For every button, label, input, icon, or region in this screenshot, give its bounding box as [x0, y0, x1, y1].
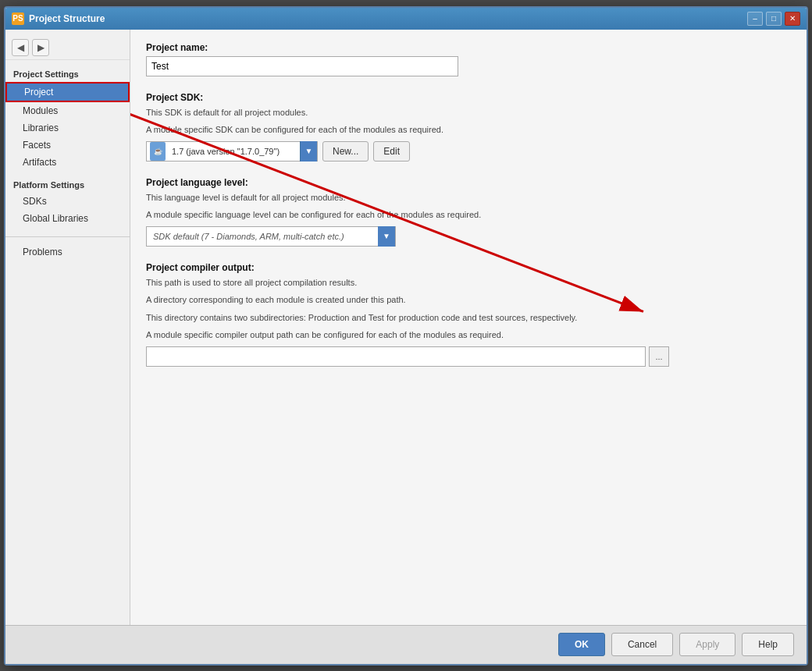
- project-settings-label: Project Settings: [5, 66, 130, 82]
- help-button[interactable]: Help: [742, 633, 794, 656]
- title-bar-controls: – □ ✕: [747, 12, 800, 26]
- sdk-edit-button[interactable]: Edit: [373, 141, 410, 162]
- project-sdk-desc2: A module specific SDK can be configured …: [146, 123, 791, 137]
- language-row: SDK default (7 - Diamonds, ARM, multi-ca…: [146, 226, 791, 247]
- language-level-desc2: A module specific language level can be …: [146, 208, 791, 222]
- cancel-button[interactable]: Cancel: [611, 633, 673, 656]
- sidebar-item-project[interactable]: Project: [5, 82, 130, 102]
- apply-button[interactable]: Apply: [679, 633, 735, 656]
- compiler-output-input[interactable]: [146, 346, 646, 367]
- sidebar-item-modules[interactable]: Modules: [5, 102, 130, 119]
- back-button[interactable]: ◀: [12, 39, 29, 56]
- language-dropdown[interactable]: SDK default (7 - Diamonds, ARM, multi-ca…: [146, 226, 396, 247]
- language-dropdown-arrow[interactable]: ▼: [378, 226, 395, 247]
- sdk-new-button[interactable]: New...: [322, 141, 369, 162]
- language-value: SDK default (7 - Diamonds, ARM, multi-ca…: [147, 232, 378, 241]
- project-name-group: Project name:: [146, 42, 791, 76]
- minimize-button[interactable]: –: [747, 12, 763, 26]
- project-sdk-desc1: This SDK is default for all project modu…: [146, 106, 791, 119]
- project-sdk-group: Project SDK: This SDK is default for all…: [146, 92, 791, 162]
- forward-button[interactable]: ▶: [32, 39, 49, 56]
- sidebar-item-facets[interactable]: Facets: [5, 137, 130, 154]
- project-name-input[interactable]: [146, 56, 458, 76]
- close-button[interactable]: ✕: [785, 12, 800, 26]
- sdk-dropdown-arrow[interactable]: ▼: [300, 141, 317, 162]
- main-content: Project name: Project SDK: This SDK is d…: [130, 30, 807, 625]
- compiler-output-desc4: A module specific compiler output path c…: [146, 328, 791, 342]
- project-structure-window: PS Project Structure – □ ✕ ◀ ▶ Project S…: [4, 6, 808, 666]
- maximize-button[interactable]: □: [766, 12, 782, 26]
- compiler-output-desc1: This path is used to store all project c…: [146, 276, 791, 289]
- sidebar-item-problems[interactable]: Problems: [5, 243, 130, 261]
- project-name-label: Project name:: [146, 42, 791, 53]
- compiler-output-desc3: This directory contains two subdirectori…: [146, 311, 791, 325]
- platform-settings-label: Platform Settings: [5, 177, 130, 193]
- window-body: ◀ ▶ Project Settings Project Modules Lib…: [5, 30, 807, 625]
- compiler-browse-button[interactable]: ...: [649, 346, 669, 367]
- project-sdk-label: Project SDK:: [146, 92, 791, 103]
- app-icon: PS: [12, 12, 24, 25]
- compiler-row: ...: [146, 346, 791, 367]
- title-bar-left: PS Project Structure: [12, 12, 105, 25]
- sidebar-item-sdks[interactable]: SDKs: [5, 193, 130, 210]
- bottom-bar: OK Cancel Apply Help: [5, 625, 807, 664]
- language-level-group: Project language level: This language le…: [146, 177, 791, 247]
- compiler-output-desc2: A directory corresponding to each module…: [146, 293, 791, 307]
- sdk-dropdown[interactable]: ☕ 1.7 (java version "1.7.0_79") ▼: [146, 141, 318, 162]
- sidebar-item-global-libraries[interactable]: Global Libraries: [5, 210, 130, 227]
- sidebar: ◀ ▶ Project Settings Project Modules Lib…: [5, 30, 130, 625]
- sdk-icon: ☕: [150, 142, 166, 161]
- sidebar-item-libraries[interactable]: Libraries: [5, 119, 130, 137]
- title-bar: PS Project Structure – □ ✕: [5, 8, 807, 30]
- sdk-value: 1.7 (java version "1.7.0_79"): [169, 147, 300, 156]
- sidebar-item-artifacts[interactable]: Artifacts: [5, 154, 130, 171]
- language-level-label: Project language level:: [146, 177, 791, 188]
- language-level-desc1: This language level is default for all p…: [146, 191, 791, 204]
- other-section: Problems: [5, 236, 130, 261]
- compiler-output-label: Project compiler output:: [146, 262, 791, 273]
- nav-toolbar: ◀ ▶: [5, 36, 130, 60]
- compiler-output-group: Project compiler output: This path is us…: [146, 262, 791, 367]
- window-title: Project Structure: [29, 13, 105, 24]
- sdk-row: ☕ 1.7 (java version "1.7.0_79") ▼ New...…: [146, 141, 791, 162]
- ok-button[interactable]: OK: [558, 633, 605, 656]
